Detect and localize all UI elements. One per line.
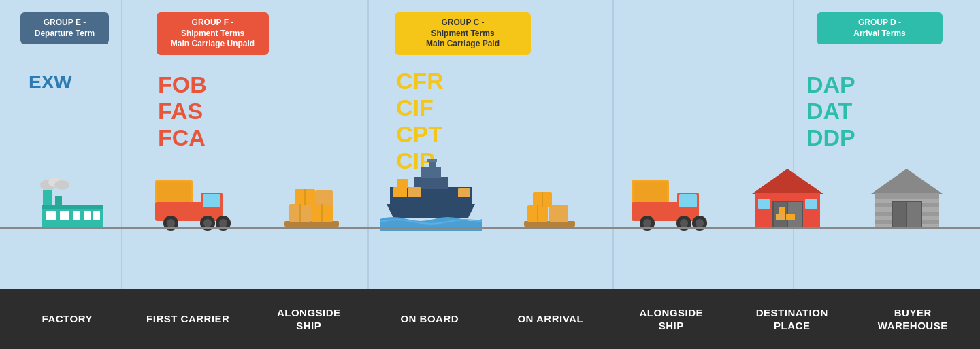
svg-rect-7: [60, 211, 69, 220]
warehouse-grey-svg: [868, 163, 946, 231]
svg-marker-57: [752, 169, 823, 194]
svg-rect-6: [46, 211, 56, 220]
location-buyer-warehouse: BUYERWAREHOUSE: [864, 306, 962, 333]
factory-svg: [36, 170, 111, 231]
group-e-title: GROUP E -Departure Term: [30, 18, 99, 39]
divider-4: [793, 0, 794, 289]
boxes2-icon-item: [497, 180, 602, 231]
svg-rect-36: [393, 187, 407, 197]
group-c-title: GROUP C -Shipment TermsMain Carriage Pai…: [404, 18, 521, 50]
boxes1-svg: [281, 177, 342, 231]
group-d-title: GROUP D -Arrival Terms: [826, 18, 933, 39]
svg-rect-16: [203, 194, 220, 207]
location-alongside-ship-1: ALONGSIDESHIP: [259, 306, 358, 333]
svg-marker-67: [871, 169, 943, 194]
group-c-box: GROUP C -Shipment TermsMain Carriage Pai…: [395, 12, 531, 55]
ground-line: [0, 227, 980, 229]
bottom-bar: FACTORY FIRST CARRIER ALONGSIDESHIP ON B…: [0, 289, 980, 349]
factory-icon-item: [20, 170, 126, 231]
svg-rect-13: [157, 182, 191, 205]
truck1-icon-item: [140, 173, 245, 231]
truck1-svg: [152, 173, 233, 231]
group-f-title: GROUP F -Shipment TermsMain Carriage Unp…: [166, 18, 259, 50]
svg-rect-10: [93, 211, 100, 220]
svg-rect-40: [524, 221, 575, 227]
svg-rect-11: [42, 205, 103, 209]
boxes2-svg: [521, 180, 578, 231]
svg-rect-63: [786, 214, 795, 220]
warehouse-red-icon-item: [735, 163, 840, 231]
main-container: GROUP E -Departure Term GROUP F -Shipmen…: [0, 0, 980, 349]
terms-f-group: FOBFASFCA: [158, 71, 207, 151]
location-factory: FACTORY: [18, 312, 116, 326]
boxes1-icon-item: [259, 177, 364, 231]
terms-d-group: DAPDATDDP: [806, 71, 855, 151]
warehouse-red-svg: [749, 163, 827, 231]
ship-svg: [380, 156, 482, 231]
location-alongside-ship-2: ALONGSIDESHIP: [622, 306, 721, 333]
svg-rect-35: [427, 159, 437, 162]
divider-1: [121, 0, 122, 289]
svg-rect-37: [408, 187, 421, 197]
svg-rect-50: [679, 194, 697, 207]
location-destination-place: DESTINATIONPLACE: [742, 306, 841, 333]
group-f-box: GROUP F -Shipment TermsMain Carriage Unp…: [157, 12, 269, 55]
svg-rect-42: [549, 205, 568, 222]
location-on-arrival: ON ARRIVAL: [501, 312, 600, 326]
svg-rect-64: [779, 207, 785, 214]
svg-rect-65: [758, 199, 770, 209]
svg-point-2: [54, 180, 69, 190]
svg-rect-27: [315, 190, 333, 205]
divider-2: [368, 0, 369, 289]
svg-rect-39: [458, 188, 470, 197]
term-exw: EXW: [29, 71, 72, 93]
svg-rect-66: [805, 199, 817, 209]
warehouse-grey-icon-item: [854, 163, 960, 231]
ship-icon-item: [378, 156, 483, 231]
content-area: GROUP E -Departure Term GROUP F -Shipmen…: [0, 0, 980, 289]
svg-rect-38: [397, 179, 408, 188]
group-e-box: GROUP E -Departure Term: [20, 12, 109, 44]
group-d-box: GROUP D -Arrival Terms: [817, 12, 943, 44]
svg-rect-75: [907, 202, 921, 229]
svg-rect-23: [284, 221, 339, 227]
svg-rect-62: [776, 214, 785, 220]
divider-3: [612, 0, 614, 289]
truck2-svg: [628, 173, 710, 231]
svg-rect-74: [893, 202, 906, 229]
svg-rect-9: [84, 211, 91, 220]
icons-row: [0, 156, 980, 231]
svg-rect-47: [634, 182, 667, 205]
location-first-carrier: FIRST CARRIER: [139, 312, 238, 326]
location-on-board: ON BOARD: [380, 312, 479, 326]
truck2-icon-item: [616, 173, 721, 231]
svg-rect-8: [74, 211, 80, 220]
